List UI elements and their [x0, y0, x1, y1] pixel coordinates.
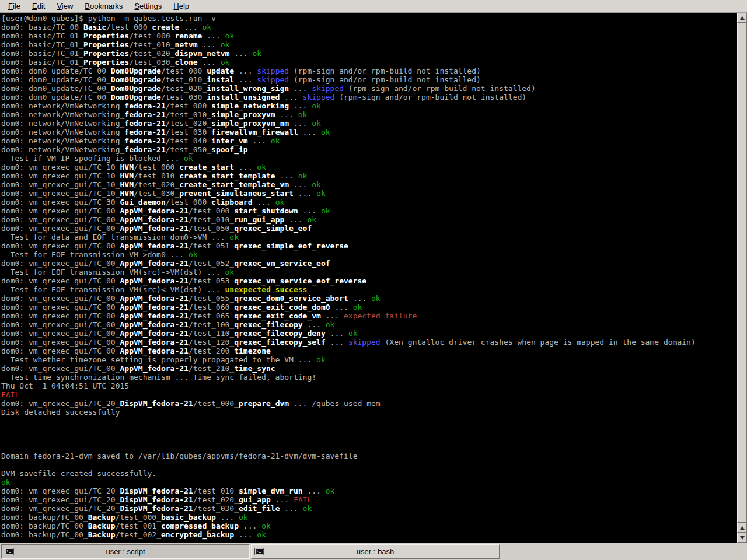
terminal-line: dom0: vm_qrexec_gui/TC_00_AppVM_fedora-2…: [1, 312, 737, 320]
terminal-line: dom0: vm_qrexec_gui/TC_00_AppVM_fedora-2…: [1, 364, 737, 373]
terminal-line: dom0: vm_qrexec_gui/TC_00_AppVM_fedora-2…: [1, 329, 737, 338]
terminal-line: dom0: vm_qrexec_gui/TC_20_DispVM_fedora-…: [1, 495, 737, 504]
terminal-line: Test if VM IP spoofing is blocked ... ok: [1, 154, 737, 163]
terminal-line: dom0: vm_qrexec_gui/TC_10_HVM/test_030_p…: [1, 189, 737, 198]
terminal-line: dom0: dom0_update/TC_00_Dom0Upgrade/test…: [1, 84, 737, 93]
terminal-line: [1, 425, 737, 434]
scrollbar-thumb[interactable]: [737, 23, 747, 523]
terminal-line: dom0: backup/TC_00_Backup/test_000_basic…: [1, 513, 737, 522]
terminal-line: dom0: vm_qrexec_gui/TC_00_AppVM_fedora-2…: [1, 259, 737, 268]
terminal-line: dom0: basic/TC_01_Properties/test_020_di…: [1, 49, 737, 58]
terminal-line: dom0: vm_qrexec_gui/TC_20_DispVM_fedora-…: [1, 504, 737, 513]
taskbar: user : script user : bash: [0, 542, 747, 560]
terminal-line: dom0: vm_qrexec_gui/TC_00_AppVM_fedora-2…: [1, 224, 737, 233]
terminal-line: dom0: vm_qrexec_gui/TC_00_AppVM_fedora-2…: [1, 303, 737, 312]
terminal-line: dom0: vm_qrexec_gui/TC_00_AppVM_fedora-2…: [1, 206, 737, 215]
menu-file[interactable]: File: [2, 1, 26, 12]
terminal-line: FAIL: [1, 390, 737, 399]
terminal-line: dom0: vm_qrexec_gui/TC_00_AppVM_fedora-2…: [1, 276, 737, 285]
scrollbar-up-button[interactable]: [737, 13, 747, 23]
terminal-window: File Edit View Bookmarks Settings Help […: [0, 0, 747, 560]
terminal-line: [1, 443, 737, 452]
scrollbar-down-button[interactable]: [737, 533, 747, 542]
terminal-line: dom0: dom0_update/TC_00_Dom0Upgrade/test…: [1, 66, 737, 75]
terminal-line: dom0: basic/TC_01_Properties/test_010_ne…: [1, 40, 737, 49]
terminal-line: dom0: vm_qrexec_gui/TC_10_HVM/test_020_c…: [1, 180, 737, 189]
menu-edit[interactable]: Edit: [26, 1, 51, 12]
terminal-line: Test for EOF transmission VM(src)->VM(ds…: [1, 268, 737, 276]
terminal-line: dom0: vm_qrexec_gui/TC_00_AppVM_fedora-2…: [1, 215, 737, 224]
terminal-line: dom0: vm_qrexec_gui/TC_20_DispVM_fedora-…: [1, 399, 737, 408]
taskbar-tab-label: user : bash: [357, 547, 394, 556]
terminal-line: dom0: vm_qrexec_gui/TC_00_AppVM_fedora-2…: [1, 320, 737, 329]
terminal-line: dom0: backup/TC_00_Backup/test_001_compr…: [1, 522, 737, 530]
terminal-line: dom0: vm_qrexec_gui/TC_00_AppVM_fedora-2…: [1, 294, 737, 303]
terminal-line: dom0: backup/TC_00_Backup/test_002_encry…: [1, 530, 737, 539]
scrollbar-bottom-buttons: [737, 523, 747, 542]
terminal-line: dom0: vm_qrexec_gui/TC_30_Gui_daemon/tes…: [1, 198, 737, 206]
terminal-line: [user@dom0 qubes]$ python -m qubes.tests…: [1, 14, 737, 23]
arrow-down-icon: [740, 536, 745, 540]
taskbar-tab-label: user : script: [106, 547, 145, 556]
scrollbar[interactable]: [737, 13, 747, 542]
terminal-line: dom0: network/VmNetworking_fedora-21/tes…: [1, 145, 737, 154]
scrollbar-up-button-bottom[interactable]: [737, 523, 747, 533]
terminal-line: dom0: vm_qrexec_gui/TC_20_DispVM_fedora-…: [1, 487, 737, 495]
terminal-line: Test for data and EOF transmission dom0-…: [1, 233, 737, 242]
terminal-line: Test for EOF transmission VM->dom0 ... o…: [1, 250, 737, 259]
menu-bookmarks[interactable]: Bookmarks: [79, 1, 128, 12]
terminal-line: dom0: vm_qrexec_gui/TC_00_AppVM_fedora-2…: [1, 242, 737, 250]
terminal-line: dom0: network/VmNetworking_fedora-21/tes…: [1, 128, 737, 136]
terminal-line: dom0: vm_qrexec_gui/TC_10_HVM/test_010_c…: [1, 172, 737, 180]
terminal-line: dom0: vm_qrexec_gui/TC_10_HVM/test_000_c…: [1, 163, 737, 172]
terminal-icon: [254, 547, 264, 556]
terminal-line: dom0: network/VmNetworking_fedora-21/tes…: [1, 136, 737, 145]
terminal-line: DVM savefile created successfully.: [1, 469, 737, 478]
menu-bar: File Edit View Bookmarks Settings Help: [0, 0, 747, 13]
terminal-output[interactable]: [user@dom0 qubes]$ python -m qubes.tests…: [0, 13, 737, 542]
terminal-line: dom0: dom0_update/TC_00_Dom0Upgrade/test…: [1, 93, 737, 102]
terminal-line: [1, 434, 737, 443]
terminal-line: dom0: basic/TC_01_Properties/test_030_cl…: [1, 58, 737, 66]
terminal-line: ok: [1, 478, 737, 487]
terminal-line: [1, 460, 737, 469]
menu-settings[interactable]: Settings: [128, 1, 167, 12]
terminal-line: dom0: dom0_update/TC_00_Dom0Upgrade/test…: [1, 75, 737, 84]
taskbar-tab-script[interactable]: user : script: [1, 544, 250, 559]
terminal-line: Thu Oct 1 04:04:51 UTC 2015: [1, 382, 737, 390]
menu-view[interactable]: View: [51, 1, 79, 12]
terminal-line: dom0: vm_qrexec_gui/TC_00_AppVM_fedora-2…: [1, 338, 737, 346]
terminal-line: Test time synchronization mechanism ... …: [1, 373, 737, 382]
terminal-line: dom0: basic/TC_00_Basic/test_000_create …: [1, 23, 737, 32]
arrow-up-icon: [740, 16, 745, 20]
terminal-line: dom0: network/VmNetworking_fedora-21/tes…: [1, 102, 737, 110]
terminal-line: Test for EOF transmission VM(src)<-VM(ds…: [1, 285, 737, 294]
terminal-line: Test whether timezone setting is properl…: [1, 355, 737, 364]
terminal-line: dom0: network/VmNetworking_fedora-21/tes…: [1, 119, 737, 128]
terminal-line: dom0: basic/TC_01_Properties/test_000_re…: [1, 32, 737, 40]
terminal-line: dom0: vm_qrexec_gui/TC_00_AppVM_fedora-2…: [1, 346, 737, 355]
menu-help[interactable]: Help: [167, 1, 195, 12]
terminal-line: Domain fedora-21-dvm saved to /var/lib/q…: [1, 452, 737, 460]
taskbar-tab-bash[interactable]: user : bash: [251, 544, 500, 559]
terminal-line: Disk detached successfully: [1, 408, 737, 416]
terminal-icon: [5, 547, 14, 556]
arrow-up-icon: [740, 526, 745, 530]
terminal-line: dom0: network/VmNetworking_fedora-21/tes…: [1, 110, 737, 119]
terminal-line: [1, 416, 737, 425]
